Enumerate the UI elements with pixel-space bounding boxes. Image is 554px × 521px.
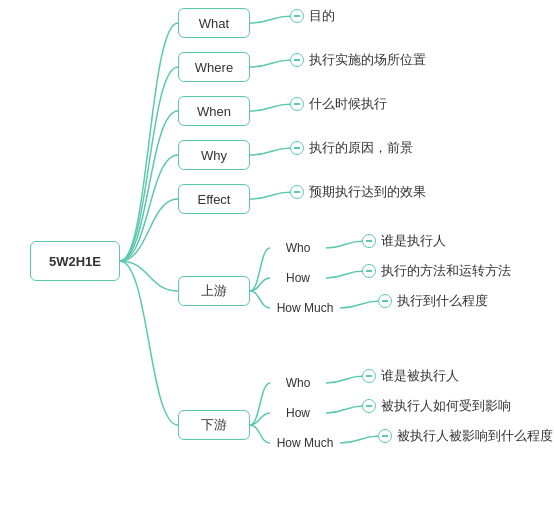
- node-who: Who: [270, 371, 326, 395]
- node-who: Who: [270, 236, 326, 260]
- text-什么时候: 什么时候执行: [290, 95, 387, 113]
- text-执行到什: 执行到什么程度: [378, 292, 488, 310]
- text-被执行人: 被执行人被影响到什么程度: [378, 427, 553, 445]
- node-what: What: [178, 8, 250, 38]
- node-effect: Effect: [178, 184, 250, 214]
- mind-map: 5W2H1EWhat目的Where执行实施的场所位置When什么时候执行Why执…: [0, 0, 554, 521]
- node-why: Why: [178, 140, 250, 170]
- text-谁是被执: 谁是被执行人: [362, 367, 459, 385]
- node-5w2h1e: 5W2H1E: [30, 241, 120, 281]
- node-where: Where: [178, 52, 250, 82]
- text-谁是执行: 谁是执行人: [362, 232, 446, 250]
- node-上游: 上游: [178, 276, 250, 306]
- node-when: When: [178, 96, 250, 126]
- node-how: How: [270, 401, 326, 425]
- text-预期执行: 预期执行达到的效果: [290, 183, 426, 201]
- text-执行的原: 执行的原因，前景: [290, 139, 413, 157]
- text-目的: 目的: [290, 7, 335, 25]
- node-how-much: How Much: [270, 431, 340, 455]
- text-被执行人: 被执行人如何受到影响: [362, 397, 511, 415]
- text-执行的方: 执行的方法和运转方法: [362, 262, 511, 280]
- text-执行实施: 执行实施的场所位置: [290, 51, 426, 69]
- node-how: How: [270, 266, 326, 290]
- node-how-much: How Much: [270, 296, 340, 320]
- node-下游: 下游: [178, 410, 250, 440]
